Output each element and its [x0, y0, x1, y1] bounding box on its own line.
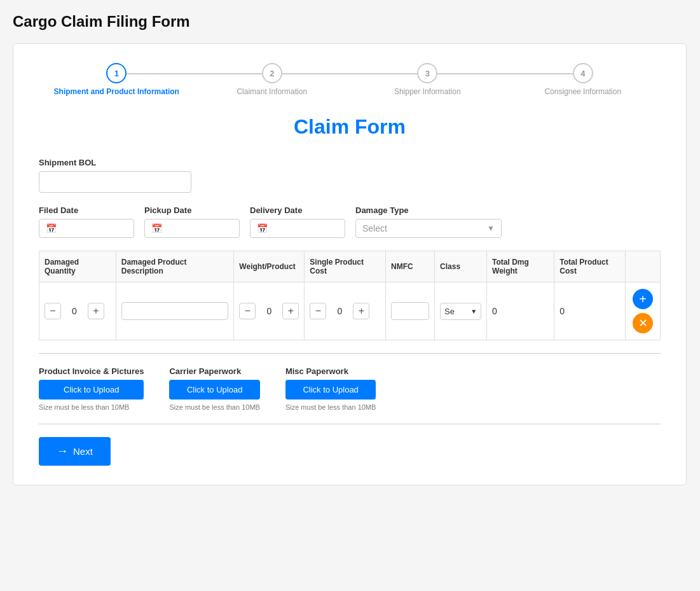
total-product-cost-value: 0 — [559, 306, 565, 316]
calendar-icon-delivery: 📅 — [257, 223, 268, 233]
step-label-1: Shipment and Product Information — [54, 87, 179, 96]
damage-type-select[interactable]: Select ▼ — [355, 219, 502, 238]
col-header-total-product-cost: Total Product Cost — [554, 251, 626, 282]
step-4: 4 Consignee Information — [505, 63, 661, 96]
pickup-date-field: Pickup Date 📅 — [144, 205, 240, 238]
upload-hint-invoice: Size must be less than 10MB — [39, 403, 144, 411]
nmfc-cell — [386, 282, 435, 340]
quantity-decrement-button[interactable]: − — [45, 303, 61, 319]
delivery-date-label: Delivery Date — [250, 205, 345, 215]
table-row: − 0 + − 0 + − — [39, 282, 661, 340]
row-actions-cell: + ✕ — [626, 282, 661, 340]
damage-type-placeholder: Select — [362, 223, 387, 233]
description-input[interactable] — [121, 302, 229, 320]
weight-increment-button[interactable]: + — [282, 303, 299, 319]
calendar-icon-filed: 📅 — [46, 223, 57, 233]
col-header-nmfc: NMFC — [386, 251, 435, 282]
pickup-date-input[interactable]: 📅 — [144, 219, 240, 238]
form-container: 1 Shipment and Product Information 2 Cla… — [13, 43, 687, 485]
single-cost-increment-button[interactable]: + — [353, 303, 369, 319]
claim-form-title: Claim Form — [39, 115, 661, 139]
upload-label-carrier: Carrier Paperwork — [169, 366, 259, 376]
upload-hint-misc: Size must be less than 10MB — [285, 403, 376, 411]
filed-date-input[interactable]: 📅 — [39, 219, 134, 238]
chevron-down-icon: ▼ — [487, 224, 495, 233]
total-product-cost-cell: 0 — [554, 282, 626, 340]
description-cell — [116, 282, 234, 340]
single-cost-counter: − 0 + — [310, 303, 380, 319]
date-row: Filed Date 📅 Pickup Date 📅 Delivery Date… — [39, 205, 661, 238]
upload-label-invoice: Product Invoice & Pictures — [39, 366, 144, 376]
next-button-label: Next — [73, 446, 93, 457]
filed-date-field: Filed Date 📅 — [39, 205, 134, 238]
calendar-icon-pickup: 📅 — [151, 223, 162, 233]
upload-label-misc: Misc Paperwork — [285, 366, 376, 376]
upload-group-misc: Misc Paperwork Click to Upload Size must… — [285, 366, 376, 411]
nmfc-input[interactable] — [391, 302, 429, 320]
single-cost-value: 0 — [330, 306, 349, 316]
class-cell: Se ▼ — [435, 282, 487, 340]
class-value: Se — [444, 307, 455, 316]
pickup-date-label: Pickup Date — [144, 205, 240, 215]
total-dmg-weight-value: 0 — [492, 306, 497, 316]
upload-group-carrier: Carrier Paperwork Click to Upload Size m… — [169, 366, 259, 411]
shipment-bol-label: Shipment BOL — [39, 158, 661, 167]
upload-button-carrier[interactable]: Click to Upload — [169, 380, 259, 400]
product-table: Damaged Quantity Damaged Product Descrip… — [39, 251, 661, 340]
single-cost-cell: − 0 + — [305, 282, 386, 340]
row-action-buttons: + ✕ — [631, 289, 655, 333]
weight-decrement-button[interactable]: − — [239, 303, 256, 319]
step-circle-4: 4 — [573, 63, 593, 83]
weight-cell: − 0 + — [234, 282, 305, 340]
upload-button-invoice[interactable]: Click to Upload — [39, 380, 144, 400]
next-arrow-icon: → — [57, 445, 68, 458]
class-select[interactable]: Se ▼ — [440, 303, 481, 320]
step-3: 3 Shipper Information — [350, 63, 505, 96]
step-label-2: Claimant Information — [237, 87, 307, 96]
upload-button-misc[interactable]: Click to Upload — [285, 380, 376, 400]
upload-section: Product Invoice & Pictures Click to Uplo… — [39, 366, 661, 411]
shipment-bol-input[interactable] — [39, 171, 191, 193]
weight-value: 0 — [259, 306, 278, 316]
col-header-damaged-qty: Damaged Quantity — [39, 251, 116, 282]
filed-date-label: Filed Date — [39, 205, 134, 215]
col-header-weight: Weight/Product — [234, 251, 305, 282]
divider-bottom — [39, 424, 661, 424]
step-circle-2: 2 — [262, 63, 282, 83]
shipment-bol-group: Shipment BOL — [39, 158, 661, 193]
upload-hint-carrier: Size must be less than 10MB — [169, 403, 259, 411]
step-1: 1 Shipment and Product Information — [39, 63, 195, 96]
remove-row-button[interactable]: ✕ — [633, 313, 653, 333]
quantity-increment-button[interactable]: + — [88, 303, 104, 319]
step-label-3: Shipper Information — [394, 87, 461, 96]
weight-counter: − 0 + — [239, 303, 299, 319]
col-header-single-cost: Single Product Cost — [305, 251, 386, 282]
col-header-total-dmg-weight: Total Dmg Weight — [487, 251, 554, 282]
col-header-description: Damaged Product Description — [116, 251, 234, 282]
page-title: Cargo Claim Filing Form — [13, 13, 687, 31]
total-dmg-weight-cell: 0 — [487, 282, 554, 340]
single-cost-decrement-button[interactable]: − — [310, 303, 326, 319]
upload-group-invoice: Product Invoice & Pictures Click to Uplo… — [39, 366, 144, 411]
quantity-value: 0 — [65, 306, 84, 316]
step-2: 2 Claimant Information — [195, 63, 350, 96]
divider-top — [39, 353, 661, 354]
stepper: 1 Shipment and Product Information 2 Cla… — [39, 63, 661, 96]
step-circle-1: 1 — [106, 63, 127, 83]
class-chevron-icon: ▼ — [470, 308, 477, 315]
damage-type-field: Damage Type Select ▼ — [355, 205, 502, 238]
col-header-class: Class — [435, 251, 487, 282]
quantity-counter: − 0 + — [45, 303, 111, 319]
next-button[interactable]: → Next — [39, 437, 111, 466]
damage-type-label: Damage Type — [355, 205, 502, 215]
add-row-button[interactable]: + — [633, 289, 653, 309]
delivery-date-field: Delivery Date 📅 — [250, 205, 345, 238]
delivery-date-input[interactable]: 📅 — [250, 219, 345, 238]
step-label-4: Consignee Information — [544, 87, 621, 96]
step-circle-3: 3 — [417, 63, 437, 83]
damaged-qty-cell: − 0 + — [39, 282, 116, 340]
